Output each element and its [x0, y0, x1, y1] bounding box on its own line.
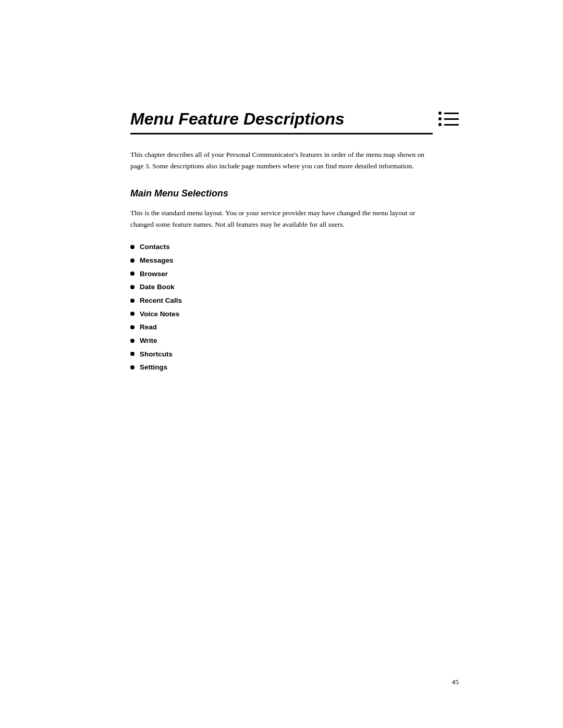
menu-list-item: Date Book: [130, 280, 433, 294]
bullet-icon: [130, 365, 134, 369]
chapter-intro: This chapter describes all of your Perso…: [130, 149, 433, 171]
menu-list-item: Messages: [130, 254, 433, 267]
chapter-header: Menu Feature Descriptions: [130, 109, 433, 134]
bullet-icon: [130, 312, 134, 316]
page-number: 45: [452, 678, 459, 686]
icon-dot-3: [438, 123, 442, 126]
menu-item-label: Recent Calls: [140, 294, 182, 307]
bullet-icon: [130, 339, 134, 343]
menu-item-label: Voice Notes: [140, 307, 179, 321]
icon-bar-3: [444, 124, 459, 126]
icon-bar-2: [444, 118, 459, 120]
page: Menu Feature Descriptions This chapter d…: [0, 0, 563, 728]
menu-list-item: Recent Calls: [130, 294, 433, 307]
menu-list-item: Settings: [130, 361, 433, 374]
bullet-icon: [130, 272, 134, 276]
menu-list-item: Read: [130, 320, 433, 334]
bullet-icon: [130, 299, 134, 303]
menu-list-item: Shortcuts: [130, 348, 433, 361]
bullet-icon: [130, 285, 134, 289]
menu-item-label: Contacts: [140, 240, 170, 254]
icon-row-1: [438, 112, 459, 115]
chapter-title: Menu Feature Descriptions: [130, 109, 433, 134]
icon-bar-1: [444, 113, 459, 114]
menu-list-item: Write: [130, 334, 433, 348]
menu-item-label: Write: [140, 334, 157, 348]
icon-row-2: [438, 117, 459, 120]
menu-item-label: Browser: [140, 267, 168, 281]
icon-row-3: [438, 123, 459, 126]
menu-item-label: Shortcuts: [140, 348, 173, 361]
menu-item-label: Read: [140, 320, 157, 334]
menu-item-label: Messages: [140, 254, 174, 267]
icon-dot-1: [438, 112, 442, 115]
menu-list: ContactsMessagesBrowserDate BookRecent C…: [130, 240, 433, 374]
bullet-icon: [130, 325, 134, 329]
bullet-icon: [130, 258, 134, 263]
menu-item-label: Date Book: [140, 280, 175, 294]
chapter-list-icon: [438, 109, 459, 126]
menu-list-item: Contacts: [130, 240, 433, 254]
content-area: Menu Feature Descriptions This chapter d…: [130, 0, 433, 728]
bullet-icon: [130, 245, 134, 249]
menu-item-label: Settings: [140, 361, 167, 374]
bullet-icon: [130, 352, 134, 356]
section-description: This is the standard menu layout. You or…: [130, 207, 433, 230]
menu-list-item: Browser: [130, 267, 433, 281]
section-title: Main Menu Selections: [130, 188, 433, 199]
icon-dot-2: [438, 117, 442, 120]
menu-list-item: Voice Notes: [130, 307, 433, 321]
